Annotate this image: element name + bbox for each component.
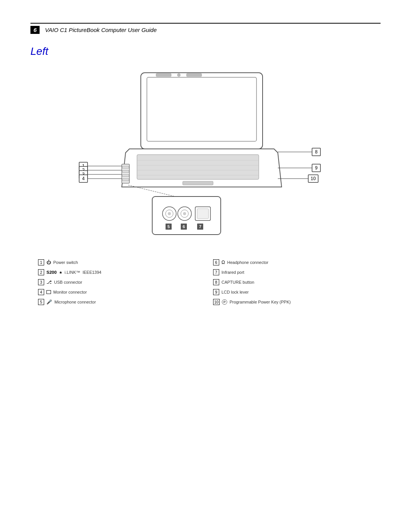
legend: 1 ⏻ Power switch 2 S200 ★ i.LINK™ IEEE13… — [30, 259, 381, 305]
legend-item-7: 7 Infrared port — [213, 269, 373, 275]
svg-text:4: 4 — [82, 176, 85, 181]
legend-num-7: 7 — [213, 269, 219, 275]
legend-num-6: 6 — [213, 259, 219, 265]
legend-item-9: 9 LCD lock lever — [213, 289, 373, 295]
legend-text-5: Microphone connector — [54, 300, 96, 304]
svg-text:9: 9 — [315, 165, 318, 171]
legend-item-4: 4 Monitor connector — [38, 289, 198, 295]
legend-item-10: 10 P Programmable Power Key (PPK) — [213, 299, 373, 305]
legend-item-8: 8 CAPTURE button — [213, 279, 373, 285]
legend-text-4: Monitor connector — [53, 290, 87, 294]
svg-rect-13 — [122, 170, 129, 173]
svg-text:5: 5 — [167, 224, 170, 229]
svg-text:7: 7 — [199, 224, 201, 229]
svg-rect-15 — [122, 179, 129, 181]
svg-rect-12 — [122, 166, 129, 168]
legend-left-col: 1 ⏻ Power switch 2 S200 ★ i.LINK™ IEEE13… — [38, 259, 198, 305]
power-icon: ⏻ — [46, 260, 51, 265]
legend-item-2: 2 S200 ★ i.LINK™ IEEE1394 — [38, 269, 198, 275]
svg-rect-2 — [156, 73, 171, 77]
laptop-screen — [141, 73, 263, 149]
legend-text-1: Power switch — [53, 260, 78, 265]
legend-item-3: 3 ⎇ USB connector — [38, 279, 198, 285]
legend-text-9: LCD lock lever — [221, 290, 249, 294]
svg-point-3 — [177, 73, 180, 77]
legend-num-3: 3 — [38, 279, 44, 285]
legend-num-4: 4 — [38, 289, 44, 295]
legend-num-8: 8 — [213, 279, 219, 285]
usb-icon: ⎇ — [46, 280, 52, 285]
headphone-icon: Ω — [221, 260, 225, 265]
svg-rect-1 — [147, 77, 256, 141]
legend-right-col: 6 Ω Headphone connector 7 Infrared port … — [213, 259, 373, 305]
legend-item-5: 5 🎤 Microphone connector — [38, 299, 198, 305]
legend-text-8: CAPTURE button — [221, 280, 254, 284]
legend-text-10: Programmable Power Key (PPK) — [229, 300, 291, 304]
section-title: Left — [30, 45, 381, 58]
page: 6 VAIO C1 PictureBook Computer User Guid… — [0, 0, 411, 532]
svg-rect-24 — [197, 209, 209, 219]
port-detail-box: 5 6 7 — [128, 185, 221, 235]
diagram-area: 5 6 7 1 2 3 — [30, 65, 381, 248]
svg-point-22 — [183, 212, 186, 215]
svg-text:10: 10 — [311, 176, 316, 181]
legend-item-1: 1 ⏻ Power switch — [38, 259, 198, 265]
legend-text-3: USB connector — [54, 280, 82, 284]
legend-text-2: i.LINK™ IEEE1394 — [65, 270, 102, 275]
laptop-diagram: 5 6 7 1 2 3 — [30, 65, 381, 248]
svg-point-19 — [168, 212, 171, 215]
page-title: VAIO C1 PictureBook Computer User Guide — [45, 27, 156, 33]
svg-rect-14 — [122, 174, 129, 177]
monitor-icon — [46, 290, 51, 294]
legend-num-2: 2 — [38, 269, 44, 275]
legend-num-10: 10 — [213, 299, 220, 305]
microphone-icon: 🎤 — [46, 299, 52, 305]
legend-bold-2: S200 — [46, 270, 57, 275]
svg-text:6: 6 — [183, 224, 185, 229]
ppk-icon: P — [222, 299, 227, 305]
laptop-base — [122, 149, 282, 187]
legend-text-6: Headphone connector — [227, 260, 268, 265]
legend-num-5: 5 — [38, 299, 44, 305]
legend-item-6: 6 Ω Headphone connector — [213, 259, 373, 265]
page-number: 6 — [30, 26, 40, 34]
page-header: 6 VAIO C1 PictureBook Computer User Guid… — [30, 23, 381, 34]
svg-rect-4 — [186, 73, 202, 77]
ilink-icon: ★ — [59, 270, 62, 275]
legend-num-9: 9 — [213, 289, 219, 295]
svg-rect-5 — [137, 155, 259, 179]
svg-text:8: 8 — [315, 149, 318, 155]
svg-rect-10 — [183, 181, 213, 185]
legend-text-7: Infrared port — [221, 270, 244, 275]
legend-num-1: 1 — [38, 259, 44, 265]
